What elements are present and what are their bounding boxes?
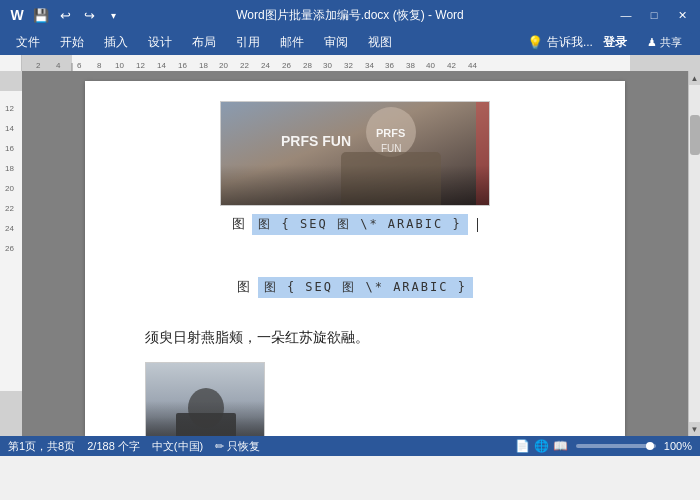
svg-text:28: 28	[303, 61, 312, 70]
v-ruler-svg: 12 14 16 18 20 22 24 26	[0, 71, 22, 436]
svg-text:4: 4	[56, 61, 61, 70]
svg-text:20: 20	[219, 61, 228, 70]
menu-file[interactable]: 文件	[8, 32, 48, 53]
svg-rect-28	[0, 91, 22, 391]
page-info: 第1页，共8页	[8, 439, 75, 454]
svg-text:22: 22	[240, 61, 249, 70]
status-bar: 第1页，共8页 2/188 个字 中文(中国) ✏ 只恢复 📄 🌐 📖 100%	[0, 436, 700, 456]
document-image-bottom	[145, 362, 265, 436]
svg-text:12: 12	[136, 61, 145, 70]
language: 中文(中国)	[152, 439, 203, 454]
svg-text:16: 16	[178, 61, 187, 70]
svg-text:42: 42	[447, 61, 456, 70]
menu-view[interactable]: 视图	[360, 32, 400, 53]
menu-bar: 文件 开始 插入 设计 布局 引用 邮件 审阅 视图 💡 告诉我... 登录 ♟…	[0, 30, 700, 55]
figure-prefix-1: 图	[232, 216, 247, 231]
window-title: Word图片批量添加编号.docx (恢复) - Word	[236, 7, 464, 24]
vertical-scrollbar[interactable]: ▲ ▼	[688, 71, 700, 436]
save-quick-btn[interactable]: 💾	[32, 6, 50, 24]
minimize-btn[interactable]: —	[616, 5, 636, 25]
svg-rect-39	[341, 152, 441, 206]
zoom-thumb[interactable]	[646, 442, 654, 450]
svg-text:22: 22	[5, 204, 14, 213]
svg-text:2: 2	[36, 61, 41, 70]
word-count: 2/188 个字	[87, 439, 140, 454]
svg-text:8: 8	[97, 61, 102, 70]
svg-text:12: 12	[5, 104, 14, 113]
web-view-btn[interactable]: 🌐	[534, 439, 549, 453]
svg-text:18: 18	[199, 61, 208, 70]
top-image-svg: PRFS FUN	[221, 102, 490, 206]
svg-rect-27	[0, 391, 22, 436]
svg-text:26: 26	[5, 244, 14, 253]
zoom-slider[interactable]	[576, 444, 656, 448]
svg-text:24: 24	[261, 61, 270, 70]
svg-rect-0	[22, 55, 72, 71]
svg-text:18: 18	[5, 164, 14, 173]
chinese-text-line: 须臾日射燕脂颊，一朵红苏旋欲融。	[145, 325, 565, 350]
window-controls: — □ ✕	[616, 5, 692, 25]
lightbulb-icon: 💡	[527, 35, 543, 50]
svg-text:26: 26	[282, 61, 291, 70]
svg-text:24: 24	[5, 224, 14, 233]
document-image-top: PRFS FUN	[220, 101, 490, 206]
svg-text:10: 10	[115, 61, 124, 70]
field-code-2: 图 { SEQ 图 \* ARABIC }	[258, 277, 473, 298]
quick-access-toolbar: W 💾 ↩ ↪ ▾	[8, 6, 122, 24]
svg-text:36: 36	[385, 61, 394, 70]
svg-text:PRFS: PRFS	[376, 127, 405, 139]
scroll-down-btn[interactable]: ▼	[689, 422, 700, 436]
svg-rect-42	[476, 102, 490, 206]
zoom-level: 100%	[664, 440, 692, 452]
svg-point-45	[188, 388, 224, 428]
svg-text:30: 30	[323, 61, 332, 70]
document-page: PRFS FUN 图 图 { SEQ 图 \* ARABIC } 图 图 { S…	[85, 81, 625, 436]
scroll-thumb[interactable]	[690, 115, 700, 155]
pencil-icon: ✏	[215, 440, 224, 452]
svg-text:38: 38	[406, 61, 415, 70]
vertical-ruler: 12 14 16 18 20 22 24 26	[0, 71, 22, 436]
scroll-up-btn[interactable]: ▲	[689, 71, 700, 85]
close-btn[interactable]: ✕	[672, 5, 692, 25]
menu-mail[interactable]: 邮件	[272, 32, 312, 53]
word-logo: W	[8, 6, 26, 24]
document-scroll-area[interactable]: PRFS FUN 图 图 { SEQ 图 \* ARABIC } 图 图 { S…	[22, 71, 688, 436]
horizontal-ruler: 2 4 6 8 10 12 14 16 18 20 22 24 26 28 30…	[22, 55, 700, 71]
maximize-btn[interactable]: □	[644, 5, 664, 25]
svg-text:44: 44	[468, 61, 477, 70]
svg-text:40: 40	[426, 61, 435, 70]
menu-insert[interactable]: 插入	[96, 32, 136, 53]
redo-btn[interactable]: ↪	[80, 6, 98, 24]
figure-prefix-2: 图	[237, 279, 252, 294]
undo-btn[interactable]: ↩	[56, 6, 74, 24]
tell-me-text[interactable]: 告诉我...	[547, 34, 593, 51]
svg-rect-44	[176, 413, 236, 436]
print-view-btn[interactable]: 📄	[515, 439, 530, 453]
document-area: 12 14 16 18 20 22 24 26	[0, 71, 700, 436]
svg-rect-26	[0, 71, 22, 91]
svg-text:20: 20	[5, 184, 14, 193]
login-btn[interactable]: 登录	[603, 34, 627, 51]
scroll-track[interactable]	[689, 85, 700, 422]
svg-text:32: 32	[344, 61, 353, 70]
figure-label-1: 图 图 { SEQ 图 \* ARABIC }	[145, 214, 565, 235]
svg-text:6: 6	[77, 61, 82, 70]
menu-review[interactable]: 审阅	[316, 32, 356, 53]
menu-references[interactable]: 引用	[228, 32, 268, 53]
figure-label-2: 图 图 { SEQ 图 \* ARABIC }	[145, 277, 565, 298]
menu-layout[interactable]: 布局	[184, 32, 224, 53]
menu-home[interactable]: 开始	[52, 32, 92, 53]
spacer-1	[145, 247, 565, 277]
svg-text:14: 14	[5, 124, 14, 133]
ruler-container: 2 4 6 8 10 12 14 16 18 20 22 24 26 28 30…	[0, 55, 700, 71]
edit-mode: ✏ 只恢复	[215, 439, 260, 454]
customize-qa-btn[interactable]: ▾	[104, 6, 122, 24]
menu-design[interactable]: 设计	[140, 32, 180, 53]
read-view-btn[interactable]: 📖	[553, 439, 568, 453]
svg-text:34: 34	[365, 61, 374, 70]
share-btn[interactable]: ♟ 共享	[637, 32, 692, 53]
svg-rect-1	[630, 55, 700, 71]
field-code-1: 图 { SEQ 图 \* ARABIC }	[252, 214, 467, 235]
bottom-image-svg	[146, 363, 265, 436]
tell-me-container: 💡 告诉我...	[527, 34, 593, 51]
